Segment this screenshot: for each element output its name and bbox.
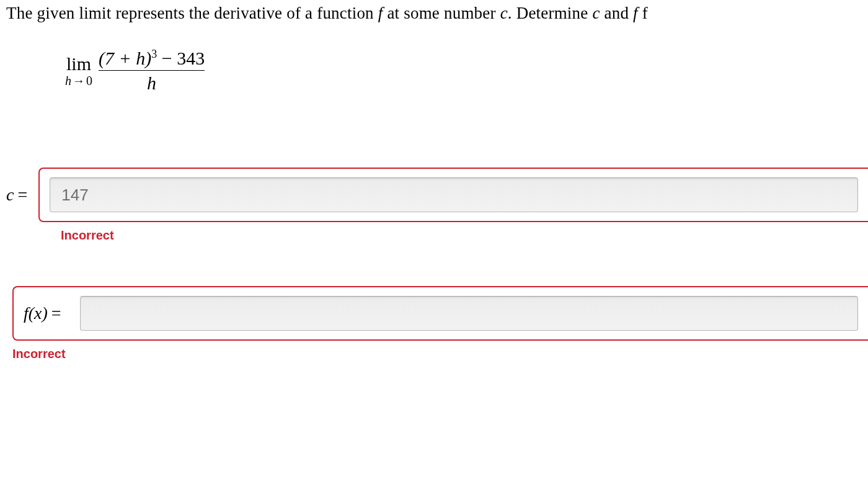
- prompt-text-5: f: [638, 4, 648, 22]
- question-page: The given limit represents the derivativ…: [0, 4, 868, 361]
- prompt-text-1: The given limit represents the derivativ…: [6, 4, 378, 22]
- limit-expression: lim h → 0 (7 + h)3 − 343 h: [65, 48, 868, 93]
- answer-block-c: c= Incorrect: [6, 168, 868, 243]
- numerator-base: (7 + h)3 − 343: [99, 48, 205, 68]
- limit-operator: lim h → 0: [65, 55, 92, 87]
- fraction-bar: [99, 70, 205, 71]
- limit-sub-h: h: [65, 74, 71, 87]
- answer-row-c: c=: [6, 168, 868, 222]
- prompt-text-2: at some number: [383, 4, 500, 22]
- feedback-fx: Incorrect: [12, 347, 868, 361]
- answer-input-c[interactable]: [50, 177, 858, 212]
- label-eq-c: =: [17, 185, 27, 204]
- prompt-text-3: . Determine: [508, 4, 593, 22]
- fraction-denominator: h: [147, 73, 156, 93]
- answer-box-c: [38, 168, 868, 222]
- answer-label-c: c=: [6, 185, 27, 205]
- fraction-numerator: (7 + h)3 − 343: [99, 48, 205, 68]
- question-prompt: The given limit represents the derivativ…: [6, 4, 868, 23]
- feedback-c: Incorrect: [61, 228, 868, 243]
- limit-subscript: h → 0: [65, 74, 92, 87]
- label-var-c: c: [6, 185, 14, 204]
- answer-box-fx: f(x)=: [12, 286, 868, 341]
- numerator-exponent: 3: [151, 48, 157, 60]
- limit-sub-zero: 0: [86, 74, 92, 87]
- label-var-fx: f(x): [24, 303, 48, 323]
- prompt-var-f-2: f: [633, 4, 638, 22]
- prompt-var-c-2: c: [592, 4, 600, 22]
- limit-fraction: (7 + h)3 − 343 h: [99, 48, 205, 93]
- answer-block-fx: f(x)= Incorrect: [12, 286, 868, 361]
- limit-lim-text: lim: [66, 55, 91, 73]
- answer-input-fx[interactable]: [80, 296, 858, 331]
- answer-label-fx: f(x)=: [24, 303, 61, 323]
- arrow-icon: →: [73, 74, 85, 87]
- prompt-var-c-1: c: [500, 4, 508, 22]
- label-eq-fx: =: [51, 303, 61, 323]
- prompt-text-4: and: [600, 4, 633, 22]
- numerator-tail: − 343: [157, 48, 205, 68]
